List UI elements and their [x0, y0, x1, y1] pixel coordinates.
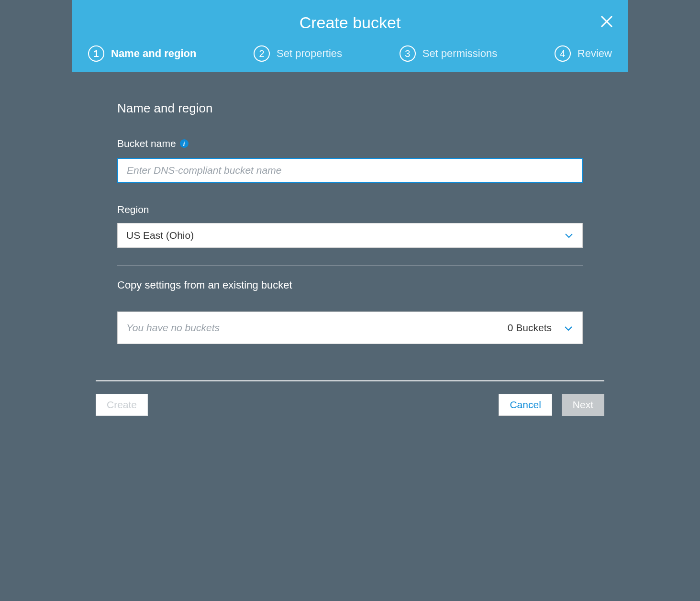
bucket-count: 0 Buckets	[508, 322, 552, 334]
wizard-steps: 1 Name and region 2 Set properties 3 Set…	[72, 45, 628, 72]
create-bucket-modal: Create bucket 1 Name and region 2 Set pr…	[72, 0, 628, 437]
close-icon	[600, 14, 614, 29]
divider	[117, 265, 583, 266]
step-number: 2	[254, 45, 270, 62]
region-select[interactable]: US East (Ohio)	[117, 223, 583, 248]
step-set-properties[interactable]: 2 Set properties	[254, 45, 342, 62]
step-set-permissions[interactable]: 3 Set permissions	[400, 45, 498, 62]
next-button: Next	[562, 394, 604, 416]
section-title: Name and region	[117, 101, 583, 116]
step-number: 1	[88, 45, 104, 62]
modal-body: Name and region Bucket name i Region US …	[72, 72, 628, 354]
chevron-down-icon	[564, 322, 573, 334]
copy-settings-title: Copy settings from an existing bucket	[117, 279, 583, 291]
footer-divider	[96, 380, 604, 381]
region-value: US East (Ohio)	[126, 230, 194, 241]
step-number: 4	[555, 45, 571, 62]
step-label: Review	[578, 47, 612, 60]
copy-settings-placeholder: You have no buckets	[126, 322, 220, 334]
create-button: Create	[96, 394, 148, 416]
bucket-name-label: Bucket name	[117, 138, 176, 149]
modal-footer: Create Cancel Next	[72, 380, 628, 437]
step-number: 3	[400, 45, 416, 62]
info-icon[interactable]: i	[180, 139, 189, 148]
modal-header: Create bucket 1 Name and region 2 Set pr…	[72, 0, 628, 72]
region-label: Region	[117, 204, 583, 215]
modal-title: Create bucket	[72, 13, 628, 32]
copy-settings-select[interactable]: You have no buckets 0 Buckets	[117, 312, 583, 344]
step-label: Set permissions	[422, 47, 498, 60]
bucket-name-input[interactable]	[117, 158, 583, 183]
cancel-button[interactable]: Cancel	[499, 394, 552, 416]
step-review[interactable]: 4 Review	[555, 45, 612, 62]
bucket-name-label-row: Bucket name i	[117, 138, 583, 149]
step-name-and-region[interactable]: 1 Name and region	[88, 45, 196, 62]
step-label: Set properties	[277, 47, 342, 60]
close-button[interactable]	[600, 14, 614, 29]
step-label: Name and region	[111, 47, 196, 60]
